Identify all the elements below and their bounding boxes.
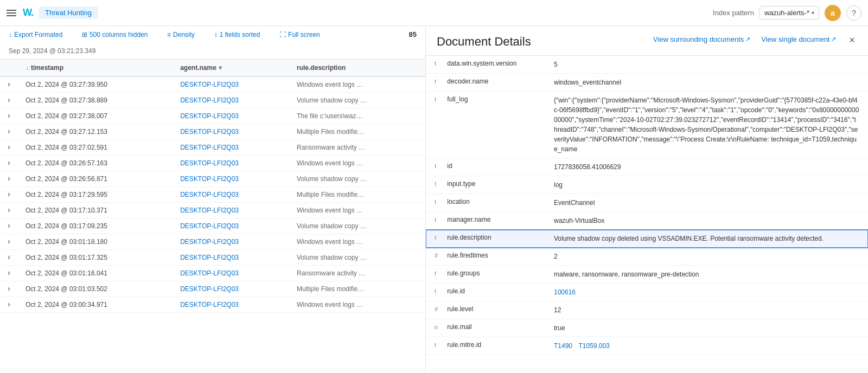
view-surrounding-link[interactable]: View surrounding documents ↗ — [653, 35, 750, 44]
table-row[interactable]: ⏵ Oct 2, 2024 @ 03:01:03.502 DESKTOP-LFI… — [0, 281, 425, 297]
row-expand-icon[interactable]: ⏵ — [0, 281, 19, 297]
row-agent[interactable]: DESKTOP-LFI2Q03 — [174, 203, 290, 218]
topnav: W. Threat Hunting Index pattern wazuh-al… — [0, 0, 868, 26]
columns-hidden-button[interactable]: ⊞ 500 columns hidden — [82, 31, 148, 38]
export-formated-button[interactable]: ↓ Export Formated — [9, 31, 62, 38]
avatar[interactable]: a — [825, 5, 841, 21]
field-name: rule.description — [447, 234, 491, 241]
row-expand-icon[interactable]: ⏵ — [0, 266, 19, 281]
row-expand-icon[interactable]: ⏵ — [0, 171, 19, 187]
row-expand-icon[interactable]: ⏵ — [0, 108, 19, 124]
field-type-badge: t — [435, 288, 442, 294]
table-row[interactable]: ⏵ Oct 2, 2024 @ 03:01:18.180 DESKTOP-LFI… — [0, 234, 425, 250]
help-icon[interactable]: ? — [846, 5, 861, 21]
row-agent[interactable]: DESKTOP-LFI2Q03 — [174, 156, 290, 171]
rule-id-link[interactable]: 100616 — [554, 288, 576, 296]
row-description: Multiple Files modifie… — [290, 124, 425, 140]
field-value: log — [554, 181, 563, 189]
row-agent[interactable]: DESKTOP-LFI2Q03 — [174, 171, 290, 187]
row-agent[interactable]: DESKTOP-LFI2Q03 — [174, 281, 290, 297]
row-agent[interactable]: DESKTOP-LFI2Q03 — [174, 93, 290, 108]
table-row[interactable]: ⏵ Oct 2, 2024 @ 03:17:09.235 DESKTOP-LFI… — [0, 218, 425, 234]
row-expand-icon[interactable]: ⏵ — [0, 156, 19, 171]
row-timestamp: Oct 2, 2024 @ 03:01:16.041 — [19, 266, 174, 281]
hamburger-menu-icon[interactable] — [7, 8, 17, 18]
table-row[interactable]: ⏵ Oct 2, 2024 @ 03:01:17.325 DESKTOP-LFI… — [0, 250, 425, 266]
row-expand-icon[interactable]: ⏵ — [0, 93, 19, 108]
threat-hunting-badge[interactable]: Threat Hunting — [39, 7, 98, 19]
view-single-link[interactable]: View single document ↗ — [761, 35, 836, 44]
row-expand-icon[interactable]: ⏵ — [0, 297, 19, 313]
details-table: t data.win.system.version 5 t decoder.na… — [426, 56, 868, 373]
field-name: rule.level — [447, 305, 473, 313]
table-row[interactable]: ⏵ Oct 2, 2024 @ 03:26:57.163 DESKTOP-LFI… — [0, 156, 425, 171]
row-description: Windows event logs … — [290, 76, 425, 93]
table-row[interactable]: ⏵ Oct 2, 2024 @ 03:27:12.153 DESKTOP-LFI… — [0, 124, 425, 140]
index-pattern-label: Index pattern — [713, 9, 754, 17]
field-value: 12 — [554, 306, 561, 314]
col-header-agent[interactable]: agent.name▾ — [174, 60, 290, 76]
table-container: ↓timestamp agent.name▾ rule.description … — [0, 60, 425, 373]
mitre-link[interactable]: T1059.003 — [578, 342, 609, 350]
field-row: # rule.firedtimes 2 — [426, 248, 868, 266]
field-row: t full_log {"win":{"system":{"providerNa… — [426, 92, 868, 158]
table-row[interactable]: ⏵ Oct 2, 2024 @ 03:17:10.371 DESKTOP-LFI… — [0, 203, 425, 218]
row-agent[interactable]: DESKTOP-LFI2Q03 — [174, 234, 290, 250]
doc-actions: View surrounding documents ↗ View single… — [653, 35, 857, 46]
row-agent[interactable]: DESKTOP-LFI2Q03 — [174, 297, 290, 313]
field-row: t rule.description Volume shadow copy de… — [426, 230, 868, 248]
row-agent[interactable]: DESKTOP-LFI2Q03 — [174, 250, 290, 266]
row-expand-icon[interactable]: ⏵ — [0, 187, 19, 203]
density-button[interactable]: ≡ Density — [167, 31, 195, 38]
row-expand-icon[interactable]: ⏵ — [0, 234, 19, 250]
row-expand-icon[interactable]: ⏵ — [0, 203, 19, 218]
col-header-description[interactable]: rule.description — [290, 60, 425, 76]
row-agent[interactable]: DESKTOP-LFI2Q03 — [174, 266, 290, 281]
row-description: The file c:\users\waz… — [290, 108, 425, 124]
field-name-cell: t input.type — [426, 176, 545, 194]
field-value: true — [554, 324, 565, 332]
row-description: Ransomware activity … — [290, 140, 425, 156]
field-value: wazuh-VirtualBox — [554, 217, 604, 224]
table-row[interactable]: ⏵ Oct 2, 2024 @ 03:26:56.871 DESKTOP-LFI… — [0, 171, 425, 187]
close-button[interactable]: × — [847, 35, 857, 46]
fields-sorted-button[interactable]: ↕ 1 fields sorted — [214, 31, 260, 38]
field-name: rule.mitre.id — [447, 341, 481, 349]
field-value: EventChannel — [554, 199, 595, 207]
row-description: Volume shadow copy … — [290, 171, 425, 187]
index-pattern-select[interactable]: wazuh-alerts-* ▾ — [760, 6, 819, 20]
field-row: t manager.name wazuh-VirtualBox — [426, 212, 868, 230]
row-agent[interactable]: DESKTOP-LFI2Q03 — [174, 140, 290, 156]
row-expand-icon[interactable]: ⏵ — [0, 140, 19, 156]
row-expand-icon[interactable]: ⏵ — [0, 218, 19, 234]
row-expand-icon[interactable]: ⏵ — [0, 124, 19, 140]
field-name: rule.firedtimes — [447, 252, 488, 259]
field-type-badge: t — [435, 234, 442, 241]
row-expand-icon[interactable]: ⏵ — [0, 250, 19, 266]
table-row[interactable]: ⏵ Oct 2, 2024 @ 03:27:38.007 DESKTOP-LFI… — [0, 108, 425, 124]
field-value-cell: 12 — [545, 301, 868, 319]
row-timestamp: Oct 2, 2024 @ 03:17:29.595 — [19, 187, 174, 203]
table-row[interactable]: ⏵ Oct 2, 2024 @ 03:27:39.950 DESKTOP-LFI… — [0, 76, 425, 93]
table-row[interactable]: ⏵ Oct 2, 2024 @ 03:00:34.971 DESKTOP-LFI… — [0, 297, 425, 313]
mitre-link[interactable]: T1490 — [554, 342, 572, 350]
field-value-cell: {"win":{"system":{"providerName":"Micros… — [545, 92, 868, 158]
full-screen-button[interactable]: ⛶ Full screen — [279, 31, 320, 38]
row-agent[interactable]: DESKTOP-LFI2Q03 — [174, 108, 290, 124]
table-row[interactable]: ⏵ Oct 2, 2024 @ 03:17:29.595 DESKTOP-LFI… — [0, 187, 425, 203]
row-agent[interactable]: DESKTOP-LFI2Q03 — [174, 76, 290, 93]
row-expand-icon[interactable]: ⏵ — [0, 76, 19, 93]
field-name-cell: t location — [426, 194, 545, 212]
external-link-icon: ↗ — [745, 35, 750, 43]
row-agent[interactable]: DESKTOP-LFI2Q03 — [174, 218, 290, 234]
row-agent[interactable]: DESKTOP-LFI2Q03 — [174, 124, 290, 140]
table-row[interactable]: ⏵ Oct 2, 2024 @ 03:27:02.591 DESKTOP-LFI… — [0, 140, 425, 156]
row-description: Ransomware activity … — [290, 266, 425, 281]
table-row[interactable]: ⏵ Oct 2, 2024 @ 03:01:16.041 DESKTOP-LFI… — [0, 266, 425, 281]
row-agent[interactable]: DESKTOP-LFI2Q03 — [174, 187, 290, 203]
col-header-timestamp[interactable]: ↓timestamp — [19, 60, 174, 76]
row-description: Multiple Files modifie… — [290, 281, 425, 297]
field-name-cell: t full_log — [426, 92, 545, 158]
table-row[interactable]: ⏵ Oct 2, 2024 @ 03:27:38.889 DESKTOP-LFI… — [0, 93, 425, 108]
field-row: # rule.level 12 — [426, 301, 868, 319]
